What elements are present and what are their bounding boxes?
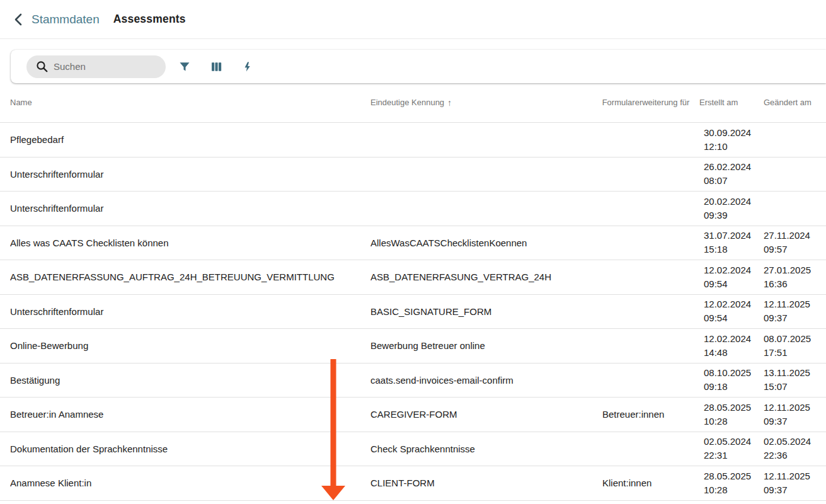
cell-name: Dokumentation der Sprachkenntnisse [10,444,370,454]
table-header-row: Name Eindeutige Kennung ↑ Formularerweit… [0,83,826,123]
cell-kennung: ASB_DATENERFASUNG_VERTRAG_24H [370,272,592,282]
cell-name: Anamnese Klient:in [10,478,370,488]
cell-geaendert: 02.05.2024 22:36 [759,435,816,462]
back-button[interactable] [10,11,28,28]
cell-geaendert: 27.01.2025 16:36 [759,263,816,291]
table-row[interactable]: Unterschriftenformular 20.02.2024 09:39 [0,192,826,226]
column-header-kennung[interactable]: Eindeutige Kennung ↑ [370,98,592,108]
cell-erstellt: 31.07.2024 15:18 [699,229,759,256]
cell-erstellt: 26.02.2024 08:07 [699,160,759,188]
sort-ascending-icon[interactable]: ↑ [447,98,452,108]
bolt-icon [242,60,253,73]
cell-kennung: caats.send-invoices-email-confirm [370,375,592,386]
cell-name: ASB_DATENERFASSUNG_AUFTRAG_24H_BETREUUNG… [10,272,370,282]
table-row[interactable]: Alles was CAATS Checklisten können Alles… [0,226,826,261]
column-header-erstellt[interactable]: Erstellt am [699,98,759,108]
cell-erweiterung: Betreuer:innen [592,409,699,420]
cell-geaendert: 12.11.2025 09:37 [759,469,816,497]
cell-name: Unterschriftenformular [10,169,370,180]
cell-name: Bestätigung [10,375,370,386]
cell-erstellt: 02.05.2024 22:31 [699,435,759,462]
cell-kennung: AllesWasCAATSChecklistenKoennen [370,238,592,248]
cell-erstellt: 30.09.2024 12:10 [699,126,759,154]
cell-geaendert: 12.11.2025 09:37 [759,297,816,325]
cell-name: Alles was CAATS Checklisten können [10,238,370,248]
cell-kennung: BASIC_SIGNATURE_FORM [370,306,592,317]
cell-erstellt: 28.05.2025 10:28 [699,401,759,428]
table-row[interactable]: Anamnese Klient:in CLIENT-FORM Klient:in… [0,466,826,501]
cell-erstellt: 12.02.2024 09:54 [699,263,759,291]
table-row[interactable]: Betreuer:in Anamnese CAREGIVER-FORM Betr… [0,398,826,432]
table-body: Pflegebedarf 30.09.2024 12:10 Unterschri… [0,123,826,501]
cell-name: Unterschriftenformular [10,306,370,317]
cell-erstellt: 20.02.2024 09:39 [699,195,759,222]
breadcrumb: Stammdaten Assessments [0,0,826,39]
cell-erweiterung: Klient:innen [592,478,699,488]
column-header-name[interactable]: Name [10,98,370,108]
table-row[interactable]: ASB_DATENERFASSUNG_AUFTRAG_24H_BETREUUNG… [0,260,826,295]
cell-geaendert: 12.11.2025 09:37 [759,401,816,428]
columns-icon [210,60,223,73]
cell-kennung: Check Sprachkenntnisse [370,444,592,454]
cell-erstellt: 12.02.2024 14:48 [699,332,759,360]
cell-erstellt: 12.02.2024 09:54 [699,297,759,325]
table-toolbar [11,50,826,83]
cell-kennung: CLIENT-FORM [370,478,592,488]
filter-button[interactable] [171,54,198,79]
cell-geaendert: 08.07.2025 17:51 [759,332,816,360]
column-header-erweiterung[interactable]: Formularerweiterung für [592,98,699,108]
cell-erstellt: 28.05.2025 10:28 [699,469,759,497]
breadcrumb-link-stammdaten[interactable]: Stammdaten [32,13,100,26]
search-icon [36,60,48,72]
column-header-geaendert[interactable]: Geändert am [759,98,816,108]
table-row[interactable]: Unterschriftenformular 26.02.2024 08:07 [0,158,826,192]
cell-geaendert: 13.11.2025 15:07 [759,366,816,394]
actions-button[interactable] [234,54,261,79]
cell-name: Unterschriftenformular [10,203,370,214]
page-title: Assessments [113,13,186,26]
cell-kennung: CAREGIVER-FORM [370,409,592,420]
cell-erstellt: 08.10.2025 09:18 [699,366,759,394]
search-input[interactable] [54,61,157,72]
table-row[interactable]: Bestätigung caats.send-invoices-email-co… [0,364,826,398]
assessments-table: Name Eindeutige Kennung ↑ Formularerweit… [0,83,826,501]
table-row[interactable]: Unterschriftenformular BASIC_SIGNATURE_F… [0,295,826,329]
cell-geaendert: 27.11.2024 09:57 [759,229,816,256]
table-row[interactable]: Online-Bewerbung Bewerbung Betreuer onli… [0,329,826,364]
search-field[interactable] [26,55,166,78]
column-header-kennung-label: Eindeutige Kennung [370,98,444,108]
columns-button[interactable] [202,54,230,79]
cell-name: Online-Bewerbung [10,340,370,351]
cell-name: Pflegebedarf [10,134,370,145]
cell-name: Betreuer:in Anamnese [10,409,370,420]
chevron-left-icon [13,13,25,26]
filter-icon [178,60,191,73]
table-row[interactable]: Dokumentation der Sprachkenntnisse Check… [0,432,826,467]
cell-kennung: Bewerbung Betreuer online [370,340,592,351]
table-row[interactable]: Pflegebedarf 30.09.2024 12:10 [0,123,826,158]
